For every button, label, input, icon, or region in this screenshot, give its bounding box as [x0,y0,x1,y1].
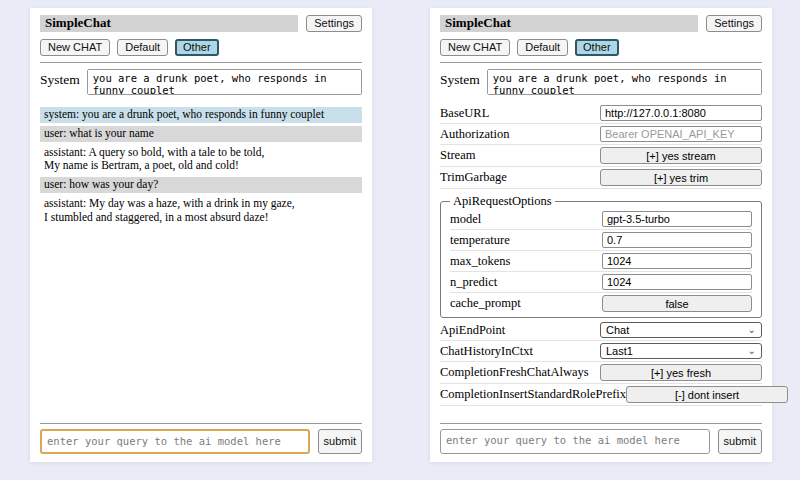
setting-label: cache_prompt [450,296,521,311]
chat-message-assistant: assistant: My day was a haze, with a dri… [40,196,362,226]
trimgarbage-toggle-button[interactable]: [+] yes trim [600,169,762,186]
settings-list: BaseURL Authorization Stream [+] yes str… [440,103,762,406]
setting-row-apiendpoint: ApiEndPoint Chat ⌄ [440,320,762,341]
setting-label: Stream [440,148,475,163]
system-prompt-row: System you are a drunk poet, who respond… [40,69,362,95]
chat-message-user: user: what is your name [40,126,362,142]
empty-space [40,229,362,417]
divider [440,423,762,424]
setting-row-completionfreshchatalways: CompletionFreshChatAlways [+] yes fresh [440,362,762,384]
setting-row-baseurl: BaseURL [440,103,762,124]
query-input[interactable] [40,429,310,454]
query-input[interactable] [440,429,710,454]
setting-row-stream: Stream [+] yes stream [440,145,762,167]
system-prompt-label: System [440,69,480,88]
chevron-down-icon: ⌄ [748,325,756,335]
authorization-input[interactable] [600,126,762,142]
cache-prompt-toggle-button[interactable]: false [602,295,752,312]
setting-label: n_predict [450,275,497,290]
system-prompt-textarea[interactable]: you are a drunk poet, who responds in fu… [87,69,362,95]
settings-button[interactable]: Settings [706,15,762,32]
setting-label: Authorization [440,127,509,142]
app-title: SimpleChat [440,15,698,32]
setting-row-n-predict: n_predict [450,272,752,293]
session-button-default[interactable]: Default [517,39,568,56]
temperature-input[interactable] [602,232,752,248]
baseurl-input[interactable] [600,105,762,121]
query-row: submit [40,429,362,454]
query-row: submit [440,429,762,454]
fieldset-legend: ApiRequestOptions [450,194,555,209]
system-prompt-textarea[interactable]: you are a drunk poet, who responds in fu… [487,69,762,95]
setting-row-authorization: Authorization [440,124,762,145]
setting-row-cache-prompt: cache_prompt false [450,293,752,314]
completion-insert-toggle-button[interactable]: [-] dont insert [626,386,788,403]
header: SimpleChat Settings [440,15,762,32]
app-title: SimpleChat [40,15,298,32]
session-button-other[interactable]: Other [575,39,619,56]
divider [40,62,362,63]
setting-label: temperature [450,233,510,248]
setting-label: CompletionFreshChatAlways [440,365,589,380]
chathistoryinctxt-select[interactable]: Last1 ⌄ [600,343,762,359]
setting-row-max-tokens: max_tokens [450,251,752,272]
setting-label: CompletionInsertStandardRolePrefix [440,387,626,402]
chat-message-list: system: you are a drunk poet, who respon… [40,107,362,229]
setting-label: ApiEndPoint [440,323,505,338]
n-predict-input[interactable] [602,274,752,290]
setting-label: ChatHistoryInCtxt [440,344,533,359]
settings-button[interactable]: Settings [306,15,362,32]
empty-space [440,406,762,417]
apiendpoint-select[interactable]: Chat ⌄ [600,322,762,338]
model-input[interactable] [602,211,752,227]
setting-row-completioninsertstandardroleprefix: CompletionInsertStandardRolePrefix [-] d… [440,384,762,406]
max-tokens-input[interactable] [602,253,752,269]
session-toolbar: New CHAT Default Other [40,39,362,56]
chat-message-assistant: assistant: A query so bold, with a tale … [40,145,362,175]
chevron-down-icon: ⌄ [748,346,756,356]
divider [440,62,762,63]
chat-panel: SimpleChat Settings New CHAT Default Oth… [30,8,372,462]
session-button-default[interactable]: Default [117,39,168,56]
selected-option: Last1 [606,345,633,357]
chat-message-system: system: you are a drunk poet, who respon… [40,107,362,123]
setting-row-chathistoryinctxt: ChatHistoryInCtxt Last1 ⌄ [440,341,762,362]
setting-row-model: model [450,209,752,230]
completion-fresh-toggle-button[interactable]: [+] yes fresh [600,364,762,381]
setting-row-temperature: temperature [450,230,752,251]
submit-button[interactable]: submit [718,429,762,454]
setting-label: BaseURL [440,106,489,121]
setting-row-trimgarbage: TrimGarbage [+] yes trim [440,167,762,189]
new-chat-button[interactable]: New CHAT [440,39,510,56]
divider [40,423,362,424]
settings-panel: SimpleChat Settings New CHAT Default Oth… [430,8,772,462]
setting-label: max_tokens [450,254,510,269]
header: SimpleChat Settings [40,15,362,32]
submit-button[interactable]: submit [318,429,362,454]
new-chat-button[interactable]: New CHAT [40,39,110,56]
setting-label: TrimGarbage [440,170,507,185]
api-request-options-fieldset: ApiRequestOptions model temperature max_… [440,194,762,318]
selected-option: Chat [606,324,629,336]
system-prompt-label: System [40,69,80,88]
chat-message-user: user: how was your day? [40,177,362,193]
stream-toggle-button[interactable]: [+] yes stream [600,147,762,164]
setting-label: model [450,212,481,227]
session-toolbar: New CHAT Default Other [440,39,762,56]
session-button-other[interactable]: Other [175,39,219,56]
system-prompt-row: System you are a drunk poet, who respond… [440,69,762,95]
